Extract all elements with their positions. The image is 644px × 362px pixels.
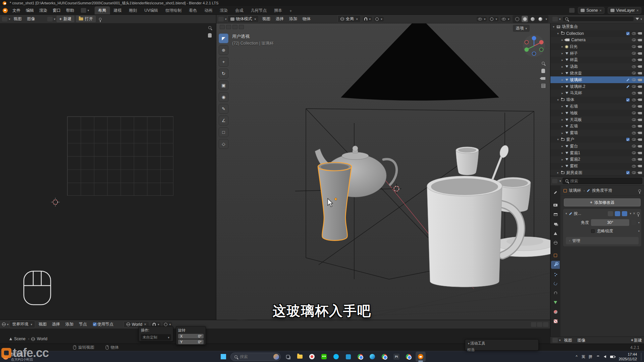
edit-mode-toggle[interactable]: [608, 211, 613, 216]
editor-type-icon[interactable]: [2, 17, 7, 21]
slot-icon-1[interactable]: [220, 25, 225, 29]
menubar-menu-4[interactable]: 帮助: [63, 7, 77, 14]
tool-measure[interactable]: ∠: [219, 116, 228, 125]
properties-search-input[interactable]: [570, 179, 639, 183]
search-highlight-icon[interactable]: [273, 354, 279, 360]
disable-in-render-icon[interactable]: [638, 46, 642, 48]
realtime-toggle[interactable]: [615, 211, 620, 216]
taskbar-icon-chrome-3[interactable]: [404, 352, 414, 362]
snap-group[interactable]: ▾: [363, 17, 372, 21]
hide-in-viewport-icon[interactable]: [632, 118, 636, 121]
outliner-item-label[interactable]: 墙体: [566, 97, 574, 103]
hide-in-viewport-icon[interactable]: [632, 152, 636, 154]
hide-in-viewport-icon[interactable]: [632, 165, 636, 168]
shader-menu-0[interactable]: 视图: [36, 321, 49, 328]
disable-in-render-icon[interactable]: [638, 32, 642, 35]
properties-tab-texture[interactable]: [551, 317, 560, 325]
properties-tab-particles[interactable]: [551, 270, 560, 278]
chevron-right-icon[interactable]: ▸: [560, 125, 564, 128]
image-editor-grid[interactable]: [67, 116, 173, 196]
animate-dot-icon[interactable]: •: [638, 220, 640, 225]
outliner-row-20[interactable]: ▸窗扇2: [550, 156, 644, 163]
overlays-group[interactable]: ▾: [500, 17, 511, 21]
lamp-cone[interactable]: [341, 15, 499, 101]
zoom-icon[interactable]: [542, 62, 545, 65]
editor-option-icon-2[interactable]: [537, 322, 542, 327]
operator-panel[interactable]: 操作: 未自定制 ▾: [139, 326, 173, 342]
disable-in-render-icon[interactable]: [638, 132, 642, 134]
disable-in-render-icon[interactable]: [638, 105, 642, 108]
driver-icon[interactable]: [631, 220, 636, 225]
workspace-tab-8[interactable]: 合成: [231, 6, 247, 15]
material-shading-button[interactable]: [529, 16, 536, 22]
workspace-tab-5[interactable]: 着色: [185, 6, 201, 15]
shader-menu-2[interactable]: 添加: [63, 321, 76, 328]
disable-in-render-icon[interactable]: [638, 138, 642, 141]
use-nodes-checkbox[interactable]: [93, 322, 97, 326]
editor-type-icon[interactable]: [552, 179, 557, 183]
visibility-icon[interactable]: [478, 18, 482, 20]
outliner-row-0[interactable]: ▾场景集合: [550, 23, 644, 30]
tool-rotate[interactable]: ↻: [219, 69, 228, 78]
editor-option-icon-1[interactable]: [531, 322, 536, 327]
disable-in-render-icon[interactable]: [638, 72, 642, 74]
snap-magnet-icon[interactable]: [153, 323, 156, 326]
properties-tab-output[interactable]: [551, 210, 560, 219]
transform-orientation-dropdown[interactable]: 全局 ▾: [337, 15, 361, 23]
outliner-row-5[interactable]: ▸杯盖: [550, 57, 644, 63]
outliner-item-label[interactable]: 窗户: [566, 137, 574, 142]
hide-in-viewport-icon[interactable]: [632, 145, 636, 147]
chevron-right-icon[interactable]: ▸: [560, 131, 564, 135]
hide-in-viewport-icon[interactable]: [632, 105, 636, 108]
disable-in-render-icon[interactable]: [638, 39, 642, 41]
workspace-tab-4[interactable]: 纹理绘制: [162, 6, 185, 15]
outliner-row-12[interactable]: ▸右墙: [550, 103, 644, 110]
corner-new-button[interactable]: 新建: [634, 338, 642, 343]
chevron-down-icon[interactable]: ▾: [556, 32, 560, 35]
battery-icon[interactable]: [610, 356, 615, 358]
pin-icon[interactable]: [638, 189, 641, 192]
outliner-row-18[interactable]: ▸窗台: [550, 143, 644, 149]
outliner-item-label[interactable]: Collection: [566, 31, 584, 36]
active-tool-panel[interactable]: ▾ 活动工具 框选: [465, 339, 539, 351]
taskbar-icon-task-view[interactable]: [283, 352, 293, 362]
tool-cursor[interactable]: ⊕: [219, 45, 228, 55]
modifier-name[interactable]: 按...: [574, 211, 581, 217]
disable-in-render-icon[interactable]: [638, 112, 642, 114]
show-desktop-button[interactable]: [641, 353, 642, 361]
outliner-item-label[interactable]: 左墙: [570, 123, 578, 129]
gizmos-group[interactable]: ▾: [489, 17, 498, 21]
properties-tab-material[interactable]: [551, 308, 560, 316]
hide-in-viewport-icon[interactable]: [632, 65, 636, 68]
tool-move[interactable]: +: [219, 57, 228, 67]
outliner-item-label[interactable]: 窗台: [570, 143, 578, 149]
wireframe-shading-button[interactable]: [514, 16, 520, 22]
outliner-row-11[interactable]: ▾墙体: [550, 97, 644, 103]
clock-widget[interactable]: 17:44 2025/11/12: [619, 352, 637, 362]
hide-in-viewport-icon[interactable]: [632, 158, 636, 161]
outliner-item-label[interactable]: 厨房桌面: [566, 170, 582, 176]
disable-in-render-icon[interactable]: [638, 165, 642, 167]
viewport-menu-0[interactable]: 视图: [260, 15, 273, 22]
chevron-right-icon[interactable]: ▸: [560, 118, 564, 121]
shader-type-dropdown[interactable]: 世界环境 ▾: [9, 320, 36, 328]
add-modifier-button[interactable]: 添加修改器: [564, 198, 641, 206]
disable-in-render-icon[interactable]: [638, 59, 642, 61]
outliner-item-label[interactable]: 窗框: [570, 163, 578, 169]
2d-cursor[interactable]: [51, 198, 60, 206]
taskbar-icon-vscode[interactable]: [343, 352, 353, 362]
editor-type-icon[interactable]: [2, 322, 6, 326]
hide-in-viewport-icon[interactable]: [632, 39, 636, 41]
navigation-gizmo[interactable]: [522, 34, 546, 58]
outliner-row-1[interactable]: ▾Collection: [550, 30, 644, 37]
disable-in-render-icon[interactable]: [638, 172, 642, 174]
tool-transform[interactable]: ◉: [219, 92, 228, 102]
disable-in-render-icon[interactable]: [638, 125, 642, 127]
outliner-item-label[interactable]: 汤匙: [570, 64, 578, 69]
properties-tab-object-data[interactable]: [551, 298, 560, 306]
slot-icon-3[interactable]: [232, 25, 237, 29]
taskbar-icon-chrome-2[interactable]: [379, 352, 389, 362]
workspace-tab-1[interactable]: 建模: [110, 6, 125, 15]
workspace-tab-7[interactable]: 渲染: [216, 6, 231, 15]
volume-icon[interactable]: [604, 355, 606, 358]
